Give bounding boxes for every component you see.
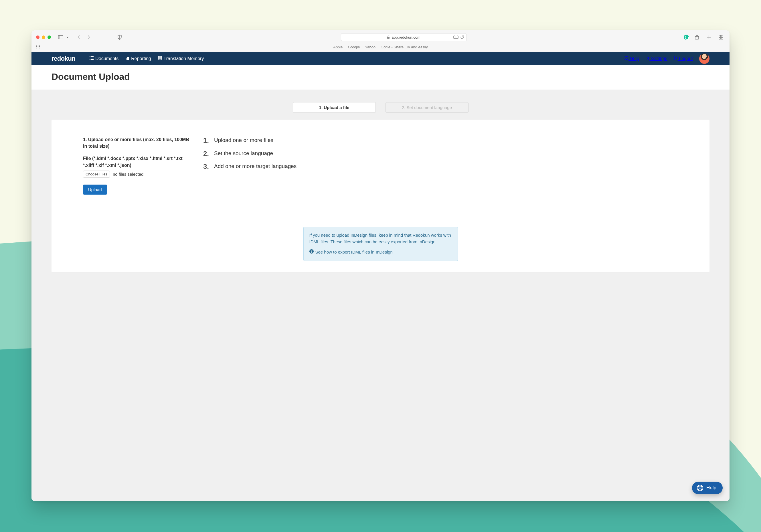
back-button[interactable] xyxy=(75,34,83,41)
info-question-icon xyxy=(309,249,314,256)
bookmarks-bar: Apple Google Yahoo Gofile - Share…ly and… xyxy=(31,43,730,52)
instruction-item-1: 1.Upload one or more files xyxy=(203,136,678,144)
fullscreen-window-button[interactable] xyxy=(47,35,51,39)
content-area: 1. Upload a file 2. Set document languag… xyxy=(31,89,730,501)
sidebar-toggle-icon[interactable] xyxy=(57,34,65,41)
tab-overview-icon[interactable] xyxy=(717,34,725,41)
page-title: Document Upload xyxy=(51,72,710,82)
svg-point-39 xyxy=(311,252,312,253)
address-bar-text: app.redokun.com xyxy=(391,35,420,39)
user-avatar[interactable] xyxy=(699,53,710,64)
minimize-window-button[interactable] xyxy=(42,35,45,39)
help-widget-label: Help xyxy=(706,485,716,491)
instruction-item-3: 3.Add one or more target languages xyxy=(203,162,678,170)
sidebar-chevron-icon[interactable] xyxy=(65,34,70,41)
reader-icon[interactable] xyxy=(453,35,458,39)
svg-line-43 xyxy=(701,486,702,487)
memory-icon xyxy=(158,56,162,61)
bookmark-google[interactable]: Google xyxy=(348,45,360,49)
gear-icon xyxy=(645,56,651,61)
svg-point-36 xyxy=(626,59,626,59)
svg-rect-29 xyxy=(126,58,127,60)
lifebuoy-icon xyxy=(697,485,703,491)
svg-rect-3 xyxy=(387,37,389,39)
svg-point-16 xyxy=(39,45,40,45)
svg-point-19 xyxy=(39,46,40,47)
bookmark-gofile[interactable]: Gofile - Share…ly and easily xyxy=(380,45,428,49)
brand-logo[interactable]: redokun xyxy=(51,55,75,62)
step-upload-file[interactable]: 1. Upload a file xyxy=(293,102,376,113)
share-icon[interactable] xyxy=(693,34,701,41)
nav-reporting[interactable]: Reporting xyxy=(125,56,151,61)
window-controls xyxy=(36,35,51,39)
chart-icon xyxy=(125,56,129,61)
svg-rect-10 xyxy=(719,35,721,37)
nav-logout[interactable]: Logout xyxy=(674,56,693,61)
svg-rect-11 xyxy=(721,35,723,37)
svg-point-21 xyxy=(38,48,38,48)
svg-point-22 xyxy=(39,48,40,48)
bookmark-yahoo[interactable]: Yahoo xyxy=(365,45,376,49)
svg-rect-31 xyxy=(128,57,129,60)
svg-point-15 xyxy=(38,45,38,45)
reload-icon[interactable] xyxy=(460,35,464,39)
svg-rect-26 xyxy=(91,58,93,58)
lock-icon xyxy=(387,35,390,39)
browser-window: app.redokun.com xyxy=(31,30,730,501)
file-types-label: File (*.idml *.docx *.pptx *.xlsx *.html… xyxy=(83,155,192,169)
help-widget-button[interactable]: Help xyxy=(692,482,723,494)
svg-rect-24 xyxy=(91,56,93,57)
instructions-list: 1.Upload one or more files 2.Set the sou… xyxy=(203,136,678,170)
nav-help[interactable]: Help xyxy=(624,56,639,61)
nav-translation-memory[interactable]: Translation Memory xyxy=(158,56,204,61)
svg-rect-12 xyxy=(719,37,721,39)
svg-rect-25 xyxy=(89,58,90,58)
apps-grid-icon[interactable] xyxy=(36,45,40,49)
info-link[interactable]: See how to export IDML files in InDesign xyxy=(316,249,393,256)
file-selection-status: no files selected xyxy=(113,172,144,177)
nav-settings[interactable]: Settings xyxy=(645,56,667,61)
step-set-language: 2. Set document language xyxy=(385,102,469,113)
svg-rect-32 xyxy=(158,56,162,60)
page-header: Document Upload xyxy=(31,65,730,89)
shield-icon[interactable] xyxy=(116,34,124,41)
upload-heading: 1. Upload one or more files (max. 20 fil… xyxy=(83,136,192,149)
svg-point-17 xyxy=(36,46,37,47)
app-navbar: redokun Documents Reporting Translation … xyxy=(31,52,730,65)
forward-button[interactable] xyxy=(85,34,93,41)
info-text: If you need to upload InDesign files, ke… xyxy=(309,232,452,245)
upload-panel: 1. Upload one or more files (max. 20 fil… xyxy=(51,120,710,272)
upload-button[interactable]: Upload xyxy=(83,185,107,195)
logout-icon xyxy=(674,56,679,61)
list-icon xyxy=(89,56,93,61)
svg-line-42 xyxy=(698,486,699,487)
nav-documents[interactable]: Documents xyxy=(89,56,118,61)
new-tab-icon[interactable] xyxy=(705,34,713,41)
svg-line-45 xyxy=(701,489,702,490)
help-icon xyxy=(624,56,630,61)
svg-rect-30 xyxy=(127,57,128,60)
svg-rect-5 xyxy=(456,36,458,39)
svg-rect-13 xyxy=(721,37,723,39)
svg-point-41 xyxy=(699,487,701,489)
svg-rect-27 xyxy=(89,59,90,60)
step-tabs: 1. Upload a file 2. Set document languag… xyxy=(51,102,710,113)
svg-rect-0 xyxy=(58,35,63,39)
bookmark-apple[interactable]: Apple xyxy=(333,45,343,49)
address-bar[interactable]: app.redokun.com xyxy=(341,33,467,41)
svg-rect-28 xyxy=(91,59,93,60)
svg-point-14 xyxy=(36,45,37,45)
choose-files-button[interactable]: Choose Files xyxy=(83,171,110,178)
svg-rect-4 xyxy=(453,36,456,39)
close-window-button[interactable] xyxy=(36,35,39,39)
browser-toolbar: app.redokun.com xyxy=(31,30,730,43)
info-box: If you need to upload InDesign files, ke… xyxy=(303,227,458,261)
grammarly-extension-icon[interactable] xyxy=(684,34,689,40)
svg-point-20 xyxy=(36,48,37,48)
svg-rect-23 xyxy=(89,56,90,57)
svg-point-18 xyxy=(38,46,38,47)
svg-line-44 xyxy=(698,489,699,490)
instruction-item-2: 2.Set the source language xyxy=(203,149,678,157)
